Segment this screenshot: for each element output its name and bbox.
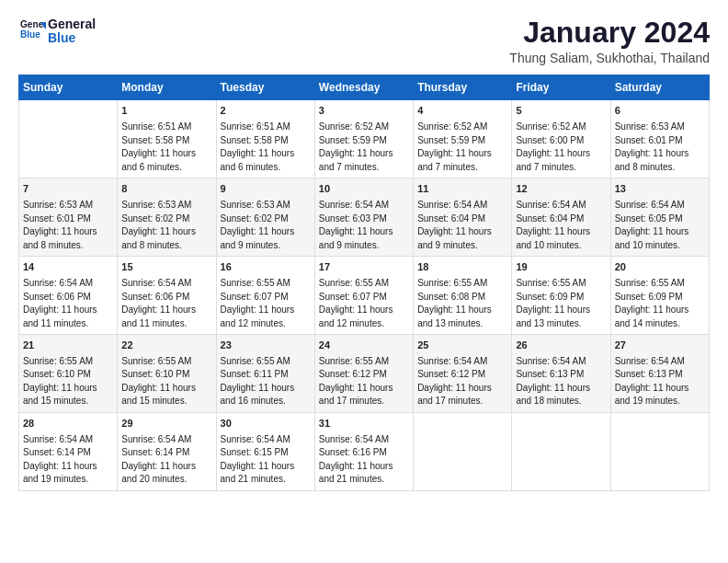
sun-info-line: Sunrise: 6:55 AM (221, 277, 311, 291)
sun-info-line: Sunset: 6:05 PM (615, 213, 705, 226)
calendar-cell: 31Sunrise: 6:54 AMSunset: 6:16 PMDayligh… (314, 412, 413, 490)
calendar-week-row: 1Sunrise: 6:51 AMSunset: 5:58 PMDaylight… (19, 100, 710, 178)
sun-info-line: Sunset: 6:14 PM (23, 446, 113, 460)
day-number: 9 (221, 182, 311, 197)
calendar-cell: 16Sunrise: 6:55 AMSunset: 6:07 PMDayligh… (216, 257, 314, 335)
calendar-cell: 18Sunrise: 6:55 AMSunset: 6:08 PMDayligh… (414, 257, 512, 335)
calendar-week-row: 7Sunrise: 6:53 AMSunset: 6:01 PMDaylight… (19, 178, 710, 257)
calendar-cell: 25Sunrise: 6:54 AMSunset: 6:12 PMDayligh… (414, 335, 512, 413)
sun-info-line: Sunset: 6:16 PM (319, 446, 409, 460)
sun-info-line: and 14 minutes. (615, 317, 705, 331)
weekday-header: Saturday (610, 75, 709, 100)
sun-info-line: Daylight: 11 hours (417, 304, 507, 317)
sun-info-line: Sunset: 6:15 PM (221, 446, 311, 460)
sun-info-line: Sunset: 6:08 PM (417, 291, 507, 304)
calendar-cell: 28Sunrise: 6:54 AMSunset: 6:14 PMDayligh… (19, 412, 118, 490)
sun-info-line: and 12 minutes. (319, 317, 409, 331)
sun-info-line: Sunset: 5:59 PM (417, 134, 507, 148)
sun-info-line: Daylight: 11 hours (121, 225, 211, 239)
weekday-header: Monday (118, 75, 216, 100)
sun-info-line: Daylight: 11 hours (417, 382, 507, 396)
sun-info-line: and 12 minutes. (221, 317, 311, 331)
sun-info-line: and 13 minutes. (417, 317, 507, 331)
sun-info-line: Sunset: 6:11 PM (221, 368, 311, 382)
sun-info-line: and 19 minutes. (23, 473, 113, 487)
sun-info-line: Sunrise: 6:54 AM (221, 433, 311, 447)
sun-info-line: and 20 minutes. (121, 473, 211, 487)
day-number: 14 (23, 260, 113, 275)
sun-info-line: Daylight: 11 hours (615, 304, 705, 317)
sun-info-line: Daylight: 11 hours (221, 225, 311, 239)
sun-info-line: Daylight: 11 hours (516, 304, 606, 317)
calendar-cell: 20Sunrise: 6:55 AMSunset: 6:09 PMDayligh… (610, 257, 709, 335)
header-row: SundayMondayTuesdayWednesdayThursdayFrid… (19, 75, 710, 100)
day-number: 13 (615, 182, 705, 197)
sun-info-line: Sunrise: 6:54 AM (319, 199, 409, 213)
weekday-header: Wednesday (314, 75, 413, 100)
sun-info-line: Sunrise: 6:54 AM (417, 355, 507, 369)
day-number: 23 (221, 339, 311, 353)
calendar-cell: 14Sunrise: 6:54 AMSunset: 6:06 PMDayligh… (19, 257, 118, 335)
sun-info-line: Daylight: 11 hours (319, 460, 409, 474)
calendar-cell: 9Sunrise: 6:53 AMSunset: 6:02 PMDaylight… (216, 178, 314, 257)
calendar-week-row: 28Sunrise: 6:54 AMSunset: 6:14 PMDayligh… (19, 412, 710, 490)
sun-info-line: and 10 minutes. (516, 239, 606, 253)
sun-info-line: Daylight: 11 hours (221, 147, 311, 161)
logo-line1: General (48, 17, 96, 31)
day-number: 21 (23, 339, 113, 353)
sun-info-line: and 21 minutes. (319, 473, 409, 487)
calendar-week-row: 21Sunrise: 6:55 AMSunset: 6:10 PMDayligh… (19, 335, 710, 413)
day-number: 16 (221, 260, 311, 275)
sun-info-line: Daylight: 11 hours (516, 225, 606, 239)
day-number: 1 (121, 104, 211, 119)
sun-info-line: and 7 minutes. (319, 161, 409, 175)
sun-info-line: Sunset: 6:06 PM (121, 291, 211, 304)
sun-info-line: Sunrise: 6:54 AM (121, 433, 211, 447)
calendar-cell: 27Sunrise: 6:54 AMSunset: 6:13 PMDayligh… (610, 335, 709, 413)
sun-info-line: and 8 minutes. (121, 239, 211, 253)
sun-info-line: Sunrise: 6:55 AM (417, 277, 507, 291)
day-number: 10 (319, 182, 409, 197)
sun-info-line: Daylight: 11 hours (23, 225, 113, 239)
sun-info-line: Daylight: 11 hours (319, 304, 409, 317)
day-number: 24 (319, 339, 409, 353)
sun-info-line: Daylight: 11 hours (23, 460, 113, 474)
day-number: 19 (516, 260, 606, 275)
day-number: 26 (516, 339, 606, 353)
sun-info-line: and 7 minutes. (516, 161, 606, 175)
day-number: 4 (417, 104, 507, 119)
sun-info-line: and 18 minutes. (516, 395, 606, 408)
sun-info-line: Sunset: 6:07 PM (221, 291, 311, 304)
calendar-cell: 15Sunrise: 6:54 AMSunset: 6:06 PMDayligh… (118, 257, 216, 335)
sun-info-line: Sunset: 6:10 PM (121, 368, 211, 382)
sun-info-line: Sunrise: 6:53 AM (121, 199, 211, 213)
sun-info-line: Sunrise: 6:54 AM (615, 355, 705, 369)
sun-info-line: and 6 minutes. (221, 161, 311, 175)
calendar-cell: 6Sunrise: 6:53 AMSunset: 6:01 PMDaylight… (610, 100, 709, 178)
calendar-cell: 13Sunrise: 6:54 AMSunset: 6:05 PMDayligh… (610, 178, 709, 257)
sun-info-line: Daylight: 11 hours (23, 382, 113, 396)
day-number: 25 (417, 339, 507, 353)
sun-info-line: Daylight: 11 hours (221, 460, 311, 474)
day-number: 8 (121, 182, 211, 197)
weekday-header: Friday (512, 75, 610, 100)
sun-info-line: and 17 minutes. (417, 395, 507, 408)
sun-info-line: Sunrise: 6:54 AM (615, 199, 705, 213)
sun-info-line: Sunset: 6:01 PM (615, 134, 705, 148)
sun-info-line: Sunrise: 6:54 AM (319, 433, 409, 447)
calendar-cell: 26Sunrise: 6:54 AMSunset: 6:13 PMDayligh… (512, 335, 610, 413)
sun-info-line: Daylight: 11 hours (121, 147, 211, 161)
sun-info-line: Sunrise: 6:52 AM (319, 121, 409, 134)
sun-info-line: Sunrise: 6:53 AM (615, 121, 705, 134)
day-number: 28 (23, 417, 113, 431)
sun-info-line: Daylight: 11 hours (516, 147, 606, 161)
sun-info-line: Sunrise: 6:55 AM (516, 277, 606, 291)
sun-info-line: Sunrise: 6:53 AM (221, 199, 311, 213)
sun-info-line: Sunset: 6:12 PM (417, 368, 507, 382)
sun-info-line: Sunrise: 6:52 AM (417, 121, 507, 134)
day-number: 11 (417, 182, 507, 197)
sun-info-line: Sunrise: 6:52 AM (516, 121, 606, 134)
month-title: January 2024 (509, 17, 710, 49)
calendar-cell: 1Sunrise: 6:51 AMSunset: 5:58 PMDaylight… (118, 100, 216, 178)
day-number: 18 (417, 260, 507, 275)
